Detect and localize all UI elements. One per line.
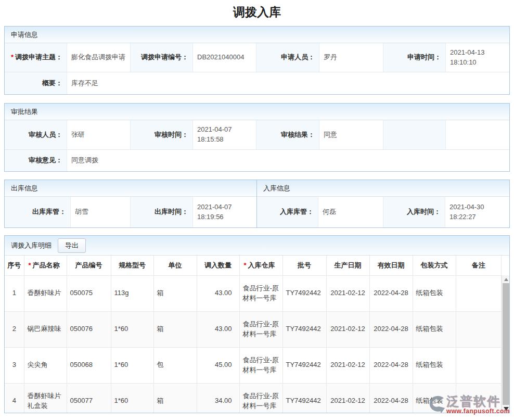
col-qty: 调入数量: [197, 256, 239, 275]
cell-product-code: 050076: [67, 311, 111, 347]
in-time-label: 入库时间：: [383, 197, 445, 227]
apply-subject-value: 膨化食品调拨申请: [67, 43, 131, 72]
summary-value: 库存不足: [67, 72, 509, 94]
apply-no-label: 调拨申请编号：: [131, 43, 193, 72]
cell-seq: 1: [5, 275, 24, 311]
audit-result-value: 同意: [319, 120, 383, 149]
apply-subject-label: * 调拨申请主题：: [5, 43, 67, 72]
apply-time-label: 申请时间：: [383, 43, 446, 72]
col-spec: 规格型号: [111, 256, 153, 275]
cell-warehouse: 食品行业-原材料一号库: [239, 383, 282, 413]
table-scrollbar[interactable]: [502, 275, 509, 413]
cell-qty: 43.00: [197, 311, 239, 347]
cell-exp-date: 2022-04-28: [369, 383, 413, 413]
cell-unit: 箱: [153, 311, 197, 347]
section-inbound-title: 入库信息: [257, 180, 509, 197]
cell-remark: [456, 383, 502, 413]
details-title: 调拨入库明细: [11, 241, 52, 250]
summary-label: 概要：: [5, 72, 67, 94]
audit-opinion-label: 审核意见：: [5, 150, 67, 171]
in-keeper-value: 何磊: [318, 197, 383, 227]
cell-spec: 1*60: [111, 311, 153, 347]
required-mark: *: [29, 261, 31, 269]
required-mark: *: [244, 261, 247, 269]
apply-subject-label-text: 调拨申请主题：: [15, 53, 62, 62]
required-mark: *: [11, 53, 14, 62]
section-outbound-title: 出库信息: [5, 180, 256, 197]
cell-qty: 34.00: [197, 383, 239, 413]
cell-warehouse: 食品行业-原材料一号库: [239, 347, 282, 383]
cell-packing: 纸箱包装: [413, 275, 456, 311]
col-product-name: *产品名称: [24, 256, 67, 275]
cell-made-date: 2021-02-12: [326, 347, 369, 383]
cell-made-date: 2021-02-12: [326, 383, 369, 413]
section-application-title: 申请信息: [5, 27, 509, 43]
application-row-2: 概要： 库存不足: [5, 72, 509, 94]
cell-made-date: 2021-02-12: [326, 275, 369, 311]
scrollbar-thumb[interactable]: [503, 283, 509, 405]
cell-product-name: 尖尖角: [24, 347, 67, 383]
audit-time-value: 2021-04-07 18:15:58: [193, 120, 256, 149]
cell-remark: [456, 311, 502, 347]
approval-empty-label: [383, 120, 446, 149]
audit-time-label: 审核时间：: [131, 120, 193, 149]
cell-qty: 43.00: [197, 275, 239, 311]
cell-made-date: 2021-02-12: [326, 311, 369, 347]
in-keeper-label: 入库库管：: [257, 197, 318, 227]
col-batch: 批号: [282, 256, 326, 275]
cell-product-code: 050075: [67, 275, 111, 311]
details-header-bar: 调拨入库明细 导出: [5, 236, 509, 256]
cell-remark: [456, 347, 502, 383]
approval-row-2: 审核意见： 同意调拨: [5, 149, 509, 171]
cell-qty: 45.00: [197, 347, 239, 383]
cell-seq: 4: [5, 383, 24, 413]
details-table: 序号 *产品名称 产品编号 规格型号 单位 调入数量 *入库仓库 批号 生产日期…: [5, 256, 502, 413]
cell-spec: 1*60: [111, 347, 153, 383]
cell-product-name: 锅巴麻辣味: [24, 311, 67, 347]
col-remark: 备注: [456, 256, 502, 275]
section-approval-title: 审批结果: [5, 104, 509, 120]
out-time-label: 出库时间：: [131, 197, 193, 227]
cell-warehouse: 食品行业-原材料一号库: [239, 275, 282, 311]
out-keeper-label: 出库库管：: [5, 197, 71, 227]
section-details: 调拨入库明细 导出 序号 *产品名称 产品编号 规格型号 单位 调入数量 *入库…: [4, 235, 510, 413]
cell-warehouse: 食品行业-原材料一号库: [239, 311, 282, 347]
cell-spec: 113g: [111, 275, 153, 311]
section-outbound: 出库信息 出库库管： 胡雪 出库时间： 2021-04-07 18:19:56: [4, 180, 257, 228]
col-product-code: 产品编号: [67, 256, 111, 275]
applicant-value: 罗丹: [319, 43, 383, 72]
scroll-down-icon[interactable]: [502, 405, 510, 413]
col-warehouse: *入库仓库: [239, 256, 282, 275]
export-button[interactable]: 导出: [58, 238, 86, 253]
section-inbound: 入库信息 入库库管： 何磊 入库时间： 2021-04-30 18:22:27: [257, 180, 510, 228]
col-exp-date: 有效日期: [369, 256, 413, 275]
cell-batch: TY7492442: [282, 383, 326, 413]
section-application: 申请信息 * 调拨申请主题： 膨化食品调拨申请 调拨申请编号： DB202104…: [4, 26, 510, 95]
outbound-row: 出库库管： 胡雪 出库时间： 2021-04-07 18:19:56: [5, 197, 256, 227]
section-stock: 出库信息 出库库管： 胡雪 出库时间： 2021-04-07 18:19:56 …: [4, 180, 510, 228]
table-row: 4 香酥虾味片礼盒装 050077 1*60 箱 34.00 食品行业-原材料一…: [5, 383, 502, 413]
approval-row-1: 审核人员： 张研 审核时间： 2021-04-07 18:15:58 审核结果：…: [5, 120, 509, 149]
col-warehouse-text: 入库仓库: [248, 261, 275, 269]
audit-person-value: 张研: [67, 120, 131, 149]
table-row: 3 尖尖角 050068 1*60 包 45.00 食品行业-原材料一号库 TY…: [5, 347, 502, 383]
cell-batch: TY7492442: [282, 311, 326, 347]
audit-opinion-value: 同意调拨: [67, 150, 509, 171]
cell-product-code: 050077: [67, 383, 111, 413]
apply-time-value: 2021-04-13 18:10:10: [446, 43, 509, 72]
cell-product-name: 香酥虾味片: [24, 275, 67, 311]
table-row: 2 锅巴麻辣味 050076 1*60 箱 43.00 食品行业-原材料一号库 …: [5, 311, 502, 347]
scroll-up-icon[interactable]: [502, 275, 510, 283]
out-time-value: 2021-04-07 18:19:56: [193, 197, 256, 227]
audit-person-label: 审核人员：: [5, 120, 67, 149]
cell-packing: 纸箱包装: [413, 311, 456, 347]
col-seq: 序号: [5, 256, 24, 275]
cell-spec: 1*60: [111, 383, 153, 413]
cell-unit: 箱: [153, 275, 197, 311]
out-keeper-value: 胡雪: [71, 197, 131, 227]
cell-product-name: 香酥虾味片礼盒装: [24, 383, 67, 413]
col-made-date: 生产日期: [326, 256, 369, 275]
col-product-name-text: 产品名称: [33, 261, 60, 269]
application-row-1: * 调拨申请主题： 膨化食品调拨申请 调拨申请编号： DB2021040004 …: [5, 43, 509, 72]
cell-unit: 箱: [153, 383, 197, 413]
